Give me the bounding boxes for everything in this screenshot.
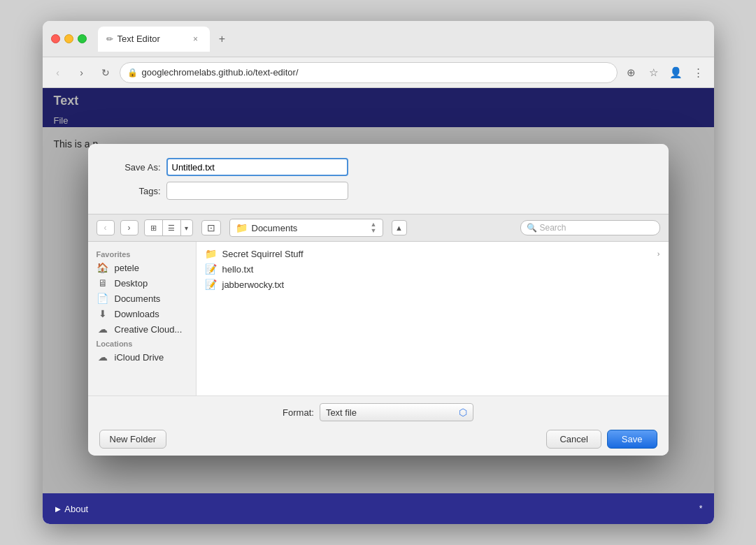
sidebar-label-icloud: iCloud Drive xyxy=(115,352,164,363)
sidebar-item-downloads[interactable]: ⬇ Downloads xyxy=(88,306,196,321)
dialog-sidebar: Favorites 🏠 petele 🖥 Desktop 📄 Documents xyxy=(88,242,197,395)
sidebar-label-desktop: Desktop xyxy=(115,278,148,289)
format-value: Text file xyxy=(326,407,357,418)
refresh-button[interactable]: ↻ xyxy=(96,63,115,82)
file-icon-hello: 📝 xyxy=(205,263,217,275)
dropdown-arrows-icon: ▲▼ xyxy=(371,221,377,234)
location-text: Documents xyxy=(252,223,298,233)
lock-icon: 🔒 xyxy=(127,68,138,78)
save-dialog: Save As: Tags: ‹ › ⊞ ☰ ▾ xyxy=(88,144,669,456)
dialog-body: Favorites 🏠 petele 🖥 Desktop 📄 Documents xyxy=(88,242,669,395)
folder-arrow-icon: › xyxy=(657,249,660,258)
downloads-icon: ⬇ xyxy=(97,308,109,319)
format-select[interactable]: Text file ⬡ xyxy=(320,403,473,421)
location-folder-icon: 📁 xyxy=(236,222,248,233)
save-button[interactable]: Save xyxy=(607,430,657,449)
sidebar-item-icloud[interactable]: ☁ iCloud Drive xyxy=(88,349,196,365)
tab-close-button[interactable]: × xyxy=(190,34,201,45)
sidebar-label-petele: petele xyxy=(115,263,139,273)
new-folder-button[interactable]: New Folder xyxy=(99,430,166,449)
cancel-button[interactable]: Cancel xyxy=(546,430,601,449)
sidebar-item-desktop[interactable]: 🖥 Desktop xyxy=(88,275,196,291)
search-icon: 🔍 xyxy=(527,223,537,233)
traffic-lights xyxy=(51,34,87,43)
view-toggle: ⊞ ☰ ▾ xyxy=(144,219,193,236)
minimize-traffic-light[interactable] xyxy=(64,34,73,43)
favorites-section-label: Favorites xyxy=(88,247,196,260)
page-content: Text File This is a n Save As: xyxy=(43,88,714,524)
file-item-jabberwocky[interactable]: 📝 jabberwocky.txt xyxy=(197,277,669,292)
save-as-label: Save As: xyxy=(105,162,161,173)
url-bar[interactable]: 🔒 googlechromelabs.github.io/text-editor… xyxy=(120,62,618,83)
address-bar: ‹ › ↻ 🔒 googlechromelabs.github.io/text-… xyxy=(43,57,714,88)
dialog-overlay: Save As: Tags: ‹ › ⊞ ☰ ▾ xyxy=(43,88,714,493)
title-bar: ✏ Text Editor × + xyxy=(43,21,714,57)
search-box[interactable]: 🔍 Search xyxy=(520,220,660,235)
search-placeholder: Search xyxy=(540,223,566,233)
format-label: Format: xyxy=(283,407,314,418)
menu-icon[interactable]: ⋮ xyxy=(689,63,708,82)
tab-title: Text Editor xyxy=(117,34,160,44)
view-dropdown-button[interactable]: ▾ xyxy=(181,220,192,235)
file-name-hello: hello.txt xyxy=(222,264,254,275)
sidebar-item-documents[interactable]: 📄 Documents xyxy=(88,291,196,306)
app-footer: ► About * xyxy=(43,493,714,524)
documents-icon: 📄 xyxy=(97,293,109,304)
toolbar-icons: ⊕ ☆ 👤 ⋮ xyxy=(622,63,708,82)
location-dropdown[interactable]: 📁 Documents ▲▼ xyxy=(229,219,383,237)
file-list: 📁 Secret Squirrel Stuff › 📝 hello.txt 📝 … xyxy=(197,242,669,395)
home-icon: 🏠 xyxy=(97,262,109,273)
icon-view-button[interactable]: ⊞ xyxy=(145,220,163,235)
dialog-top: Save As: Tags: xyxy=(88,144,669,214)
new-folder-top-button[interactable]: ⊡ xyxy=(201,220,221,235)
account-icon[interactable]: 👤 xyxy=(666,63,686,82)
tab-icon: ✏ xyxy=(106,34,113,44)
forward-button[interactable]: › xyxy=(72,63,92,82)
tags-label: Tags: xyxy=(105,186,161,196)
about-label[interactable]: ► About xyxy=(54,504,89,514)
format-arrows-icon: ⬡ xyxy=(459,407,467,418)
dialog-forward-button[interactable]: › xyxy=(120,220,138,235)
footer-star: * xyxy=(699,504,703,514)
close-traffic-light[interactable] xyxy=(51,34,60,43)
save-as-row: Save As: xyxy=(105,158,652,176)
sidebar-label-downloads: Downloads xyxy=(115,309,159,319)
action-buttons: Cancel Save xyxy=(546,430,657,449)
desktop-icon: 🖥 xyxy=(97,277,109,289)
filename-input[interactable] xyxy=(166,158,348,176)
sidebar-item-petele[interactable]: 🏠 petele xyxy=(88,260,196,275)
format-row: Format: Text file ⬡ xyxy=(99,403,657,421)
list-view-button[interactable]: ☰ xyxy=(163,220,181,235)
icloud-icon: ☁ xyxy=(97,351,109,363)
url-text: googlechromelabs.github.io/text-editor/ xyxy=(142,67,299,78)
new-tab-button[interactable]: + xyxy=(213,29,232,49)
sidebar-item-creative-cloud[interactable]: ☁ Creative Cloud... xyxy=(88,321,196,337)
dialog-toolbar: ‹ › ⊞ ☰ ▾ ⊡ 📁 Documents ▲▼ ▲ xyxy=(88,214,669,242)
browser-window: ✏ Text Editor × + ‹ › ↻ 🔒 googlechromela… xyxy=(43,21,714,524)
maximize-traffic-light[interactable] xyxy=(78,34,87,43)
bookmark-icon[interactable]: ☆ xyxy=(644,63,664,82)
file-icon-jabberwocky: 📝 xyxy=(205,279,217,290)
dialog-footer: Format: Text file ⬡ New Folder Cancel Sa… xyxy=(88,395,669,456)
tags-row: Tags: xyxy=(105,182,652,200)
sidebar-label-documents: Documents xyxy=(115,293,161,304)
active-tab[interactable]: ✏ Text Editor × xyxy=(98,27,210,52)
folder-icon-secret: 📁 xyxy=(205,248,217,259)
expand-button[interactable]: ▲ xyxy=(392,220,407,235)
profile-icon[interactable]: ⊕ xyxy=(622,63,641,82)
file-item-secret-squirrel[interactable]: 📁 Secret Squirrel Stuff › xyxy=(197,246,669,261)
file-name-secret: Secret Squirrel Stuff xyxy=(222,249,304,259)
file-item-hello[interactable]: 📝 hello.txt xyxy=(197,261,669,277)
sidebar-label-creative-cloud: Creative Cloud... xyxy=(115,324,183,335)
file-name-jabberwocky: jabberwocky.txt xyxy=(222,279,285,290)
dialog-back-button[interactable]: ‹ xyxy=(97,220,115,235)
locations-section-label: Locations xyxy=(88,337,196,349)
tab-bar: ✏ Text Editor × + xyxy=(98,27,706,52)
tags-input[interactable] xyxy=(166,182,348,200)
cloud-icon: ☁ xyxy=(97,324,109,335)
back-button[interactable]: ‹ xyxy=(48,63,68,82)
dialog-buttons: New Folder Cancel Save xyxy=(99,430,657,449)
